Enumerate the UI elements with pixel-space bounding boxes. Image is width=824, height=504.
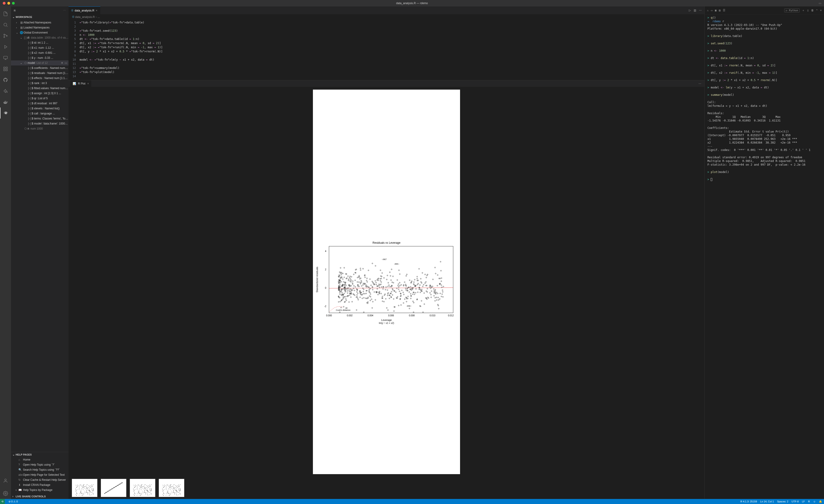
help-item[interactable]: ›📖Help Topics by Package: [11, 488, 69, 493]
explorer-icon[interactable]: [0, 8, 11, 19]
plot-tab[interactable]: 📊 R Plot ×: [70, 81, 91, 87]
close-tab-icon[interactable]: ×: [96, 9, 98, 12]
plot-thumbnail[interactable]: [101, 479, 126, 497]
output-icon[interactable]: ▣: [715, 9, 716, 12]
warning-icon[interactable]: ⚠: [707, 9, 709, 12]
var-field[interactable]: [○]$ x2: num -0.681 ...: [11, 50, 69, 55]
encoding[interactable]: UTF-8: [792, 500, 799, 503]
plot-thumbnail[interactable]: [130, 479, 156, 497]
ports-icon[interactable]: ☰: [723, 9, 725, 12]
docker-icon[interactable]: [0, 97, 11, 108]
help-item[interactable]: 🔍Search Help Topics using `??`: [11, 467, 69, 472]
panel-layout-icon[interactable]: ▭: [819, 2, 821, 5]
r-extension-icon[interactable]: [0, 108, 11, 119]
live-share-header[interactable]: › LIVE SHARE CONTROLS: [11, 494, 69, 499]
window-title: data_analysis.R — rdemo: [396, 2, 428, 5]
feedback-icon[interactable]: ☺: [813, 500, 816, 503]
run-file-icon[interactable]: ▷: [689, 9, 691, 12]
var-dt[interactable]: ⌄ [ ] dt data.table: 1000 obs. of 4 vari…: [11, 35, 69, 40]
sidebar-more-icon[interactable]: ⋯: [63, 9, 66, 12]
var-field[interactable]: [○]$ effects : Named num [1:1000] -...: [11, 76, 69, 81]
help-item[interactable]: ↻Clear Cache & Restart Help Server: [11, 477, 69, 482]
split-editor-icon[interactable]: ▥: [694, 9, 696, 12]
svg-rect-6: [6, 67, 7, 69]
terminal-icon[interactable]: ▭: [711, 9, 713, 12]
remote-indicator[interactable]: ⟲: [0, 499, 5, 504]
close-window[interactable]: [3, 2, 5, 5]
plot-thumbnail[interactable]: [72, 479, 98, 497]
svg-rect-8: [6, 70, 7, 71]
indentation[interactable]: Spaces: 2: [777, 500, 788, 503]
global-environment[interactable]: ⌄ 🌐 Global Environment: [11, 30, 69, 35]
var-field[interactable]: [○]$ y : num -3.33 ...: [11, 55, 69, 60]
editor-tab[interactable]: ® data_analysis.R ×: [69, 6, 100, 14]
help-item[interactable]: ⬇Install CRAN Package: [11, 482, 69, 488]
var-field[interactable]: [○]$ fitted.values: Named num [1:10...: [11, 86, 69, 91]
svg-text:0: 0: [325, 287, 326, 289]
loaded-namespaces[interactable]: › ▦ Loaded Namespaces: [11, 25, 69, 30]
help-item[interactable]: abcOpen Help Page for Selected Text: [11, 472, 69, 477]
field-icon: [○]: [27, 41, 32, 44]
split-terminal-icon[interactable]: ▯: [807, 9, 809, 12]
language-mode[interactable]: R: [808, 500, 810, 503]
var-field[interactable]: [○]$ residuals : Named num [1:1000...: [11, 71, 69, 76]
var-field[interactable]: [○]$ qr :List of 5: [11, 96, 69, 101]
open-view-icon[interactable]: ▭: [65, 61, 67, 65]
var-field[interactable]: [○]$ rank : int 3: [11, 81, 69, 86]
kernel-picker[interactable]: ▷ Python: [784, 8, 800, 12]
problems-indicator[interactable]: ⊘ 0 ⚠ 0: [8, 500, 18, 503]
r-status[interactable]: R 4.1.3: 25159: [740, 500, 757, 503]
remote-explorer-icon[interactable]: [0, 52, 11, 64]
var-field[interactable]: [○]$ call : language ...: [11, 111, 69, 116]
close-panel-icon[interactable]: ×: [820, 9, 822, 12]
extensions-icon[interactable]: [0, 64, 11, 75]
share-icon[interactable]: [0, 86, 11, 97]
search-icon[interactable]: [0, 19, 11, 30]
workspace-section-header[interactable]: ⌄ WORKSPACE: [11, 14, 69, 19]
plot-more-icon[interactable]: ⋯: [699, 82, 703, 85]
field-icon: [○]: [27, 72, 32, 75]
var-field[interactable]: [○]$ x1: num -1.12 ...: [11, 45, 69, 50]
notifications-icon[interactable]: 🔔: [819, 500, 822, 503]
minimize-window[interactable]: [7, 2, 10, 5]
svg-text:0.008: 0.008: [409, 314, 415, 317]
settings-gear-icon[interactable]: [0, 488, 11, 499]
refresh-icon: ↻: [18, 478, 23, 482]
new-terminal-icon[interactable]: ＋: [802, 8, 805, 12]
help-item[interactable]: ?Open Help Topic using `?`: [11, 462, 69, 467]
maximize-window[interactable]: [12, 2, 15, 5]
close-plot-icon[interactable]: ×: [87, 82, 89, 85]
github-icon[interactable]: [0, 75, 11, 86]
svg-rect-13: [313, 238, 460, 326]
debug-console-icon[interactable]: ▤: [719, 9, 721, 12]
close-icon[interactable]: ✕: [61, 61, 63, 65]
activity-bar: [0, 6, 11, 499]
breadcrumb[interactable]: ® data_analysis.R › ...: [69, 14, 704, 19]
field-icon: [○]: [27, 46, 32, 49]
home-icon: ⌂: [18, 458, 23, 461]
var-field[interactable]: [○]$ xlevels : Named list(): [11, 106, 69, 111]
help-pages-header[interactable]: ⌄ HELP PAGES: [11, 452, 69, 457]
run-debug-icon[interactable]: [0, 41, 11, 52]
var-field[interactable]: [○]$ df.residual : int 997: [11, 101, 69, 106]
var-field[interactable]: [○]$ assign : int [1:3] 0 1 ...: [11, 91, 69, 96]
source-control-icon[interactable]: [0, 30, 11, 41]
plot-thumbnail[interactable]: [159, 479, 184, 497]
terminal-body[interactable]: > q() → rdemo r R version 4.1.3 (2022-03…: [705, 14, 824, 499]
svg-rect-5: [4, 67, 5, 69]
var-field[interactable]: [○]$ terms :Classes 'terms', 'formul...: [11, 116, 69, 121]
kill-terminal-icon[interactable]: 🗑: [811, 9, 814, 12]
var-model[interactable]: ⌄ ⬡ model List of 12 ✕ ▭: [11, 60, 69, 66]
var-field[interactable]: [○]$ id: int 1 2 ...: [11, 40, 69, 45]
help-item[interactable]: ⌂Home: [11, 457, 69, 462]
var-field[interactable]: [○]$ model :'data.frame': 1000 obs. ...: [11, 121, 69, 126]
code-editor[interactable]: 1234567891011121314 ="tok-fn">library(="…: [69, 19, 704, 80]
account-icon[interactable]: [0, 475, 11, 486]
attached-namespaces[interactable]: › ▦ Attached Namespaces: [11, 20, 69, 25]
maximize-panel-icon[interactable]: ⌃: [816, 9, 818, 12]
cursor-position[interactable]: Ln 14, Col 1: [760, 500, 774, 503]
eol[interactable]: LF: [802, 500, 805, 503]
var-n[interactable]: ⬡ n num 1000: [11, 126, 69, 131]
editor-more-icon[interactable]: ⋯: [699, 9, 702, 12]
var-field[interactable]: [○]$ coefficients : Named num [1:3]...: [11, 66, 69, 71]
